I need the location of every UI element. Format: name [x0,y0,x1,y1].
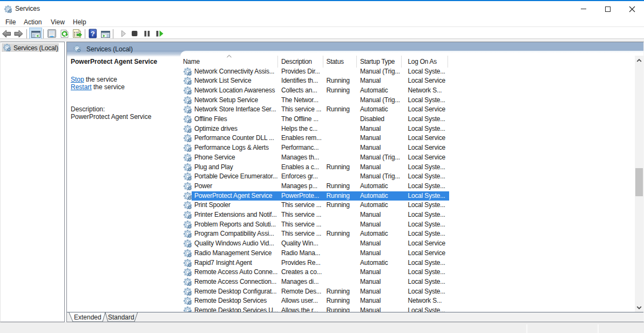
svg-text:Extended: Extended [74,314,101,321]
svg-text:Standard: Standard [108,314,134,321]
svg-text:?: ? [91,30,95,38]
